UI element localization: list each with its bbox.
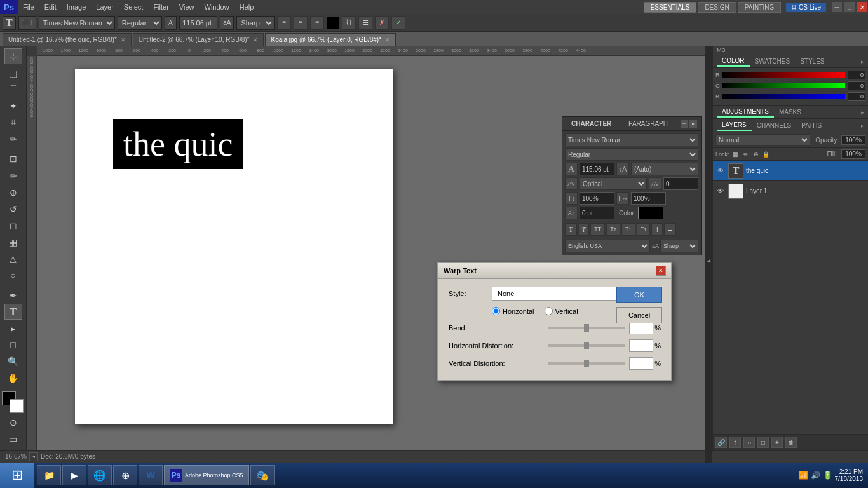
styles-tab[interactable]: STYLES — [795, 57, 829, 66]
workspace-design[interactable]: DESIGN — [698, 2, 736, 13]
char-superscript-btn[interactable]: T1 — [621, 223, 635, 236]
v-distortion-input[interactable] — [629, 357, 653, 370]
char-hscale-input[interactable] — [631, 192, 666, 205]
char-leading-select[interactable]: (Auto) — [631, 163, 698, 175]
menu-window[interactable]: Window — [200, 2, 234, 12]
pen-tool[interactable]: ✒ — [4, 287, 22, 303]
color-panel-menu[interactable]: ▸ — [861, 58, 864, 65]
h-distortion-slider-track[interactable] — [548, 344, 625, 347]
layer-effects-btn[interactable]: f — [729, 437, 741, 448]
text-layer-block[interactable]: the quic — [113, 119, 243, 169]
v-distortion-slider-thumb[interactable] — [584, 360, 589, 367]
blend-mode-select[interactable]: Normal — [715, 134, 810, 146]
tab-close-untitled2[interactable]: ✕ — [253, 37, 258, 43]
horizontal-radio[interactable] — [492, 307, 500, 315]
char-aa-select[interactable]: Sharp — [660, 240, 698, 252]
tab-koala[interactable]: Koala.jpg @ 66.7% (Layer 0, RGB/8#)* ✕ — [265, 33, 396, 46]
taskbar-firefox[interactable]: 🌐 — [88, 465, 112, 485]
adj-panel-menu[interactable]: ▸ — [861, 109, 864, 116]
add-mask-btn[interactable]: ○ — [743, 437, 755, 448]
menu-image[interactable]: Image — [62, 2, 92, 12]
eraser-tool[interactable]: ◻ — [4, 217, 22, 233]
character-tab[interactable]: CHARACTER — [566, 119, 616, 128]
h-distortion-slider-thumb[interactable] — [584, 342, 589, 349]
minimize-button[interactable]: ─ — [832, 2, 842, 12]
menu-edit[interactable]: Edit — [39, 2, 62, 12]
color-tab[interactable]: COLOR — [717, 56, 750, 67]
text-color-swatch[interactable] — [327, 17, 339, 29]
text-tool[interactable]: T — [4, 304, 22, 320]
hand-tool[interactable]: ✋ — [4, 370, 22, 386]
quick-mask[interactable]: ⊙ — [4, 415, 22, 431]
align-left-button[interactable]: ≡ — [277, 16, 291, 30]
lock-all-btn[interactable]: 🔒 — [762, 150, 771, 159]
char-panel-minimize[interactable]: ─ — [681, 120, 688, 128]
dialog-ok-button[interactable]: OK — [616, 287, 662, 303]
workspace-essentials[interactable]: ESSENTIALS — [644, 2, 697, 13]
zoom-tool[interactable]: 🔍 — [4, 353, 22, 369]
dialog-close-icon[interactable]: ✕ — [656, 266, 666, 276]
system-clock[interactable]: 2:21 PM 7/18/2013 — [835, 468, 864, 482]
menu-file[interactable]: File — [18, 2, 39, 12]
aa-select[interactable]: Sharp — [236, 16, 275, 30]
align-center-button[interactable]: ≡ — [294, 16, 308, 30]
taskbar-word[interactable]: W — [139, 465, 163, 485]
align-right-button[interactable]: ≡ — [310, 16, 324, 30]
taskbar-photoshop[interactable]: Ps Adobe Photoshop CS5 — [164, 465, 249, 485]
dialog-cancel-button[interactable]: Cancel — [616, 307, 662, 323]
path-select[interactable]: ▸ — [4, 320, 22, 336]
layer-layer1[interactable]: 👁 Layer 1 — [713, 181, 868, 201]
delete-layer-btn[interactable]: 🗑 — [785, 437, 797, 448]
layer-eye-layer1[interactable]: 👁 — [715, 186, 726, 196]
layers-tab[interactable]: LAYERS — [717, 120, 752, 131]
bend-slider-track[interactable] — [548, 327, 625, 329]
taskbar-explorer[interactable]: 📁 — [37, 465, 61, 485]
eyedropper-tool[interactable]: ✏ — [4, 131, 22, 147]
quick-select-tool[interactable]: ✦ — [4, 98, 22, 114]
fill-input[interactable] — [841, 149, 865, 159]
background-color[interactable] — [10, 399, 24, 413]
link-layers-btn[interactable]: 🔗 — [715, 437, 727, 448]
move-tool[interactable]: ⊹ — [4, 48, 22, 64]
char-baseline-input[interactable] — [580, 207, 614, 219]
layer-eye-the-quic[interactable]: 👁 — [715, 166, 726, 176]
layers-panel-menu[interactable]: ▸ — [861, 123, 864, 129]
h-distortion-input[interactable] — [629, 339, 653, 352]
blur-tool[interactable]: △ — [4, 250, 22, 266]
g-input[interactable] — [848, 81, 865, 90]
char-kerning-select[interactable]: Optical — [580, 177, 647, 190]
lock-image-btn[interactable]: ✏ — [742, 150, 750, 159]
text-orientation-icon[interactable]: ⬛T — [18, 16, 36, 30]
lock-transparent-btn[interactable]: ▦ — [731, 150, 740, 159]
r-slider[interactable] — [722, 72, 846, 78]
tab-untitled1[interactable]: Untitled-1 @ 16.7% (the quic, RGB/8)* ✕ — [3, 33, 132, 46]
menu-filter[interactable]: Filter — [148, 2, 173, 12]
adjustments-tab[interactable]: ADJUSTMENTS — [717, 107, 774, 118]
paths-tab[interactable]: PATHS — [796, 121, 827, 130]
horizontal-radio-label[interactable]: Horizontal — [492, 307, 534, 315]
spot-heal-tool[interactable]: ⊡ — [4, 151, 22, 167]
workspace-painting[interactable]: PAINTING — [738, 2, 781, 13]
char-bold-btn[interactable]: T — [565, 223, 577, 236]
font-size-input[interactable]: 115.06 pt — [179, 16, 217, 30]
char-allcaps-btn[interactable]: TT — [590, 223, 605, 236]
char-underline-btn[interactable]: T — [651, 223, 663, 236]
history-brush[interactable]: ↺ — [4, 201, 22, 217]
paragraph-tab[interactable]: PARAGRAPH — [623, 119, 673, 128]
opacity-input[interactable] — [841, 135, 865, 145]
marquee-tool[interactable]: ⬚ — [4, 65, 22, 81]
vertical-radio-label[interactable]: Vertical — [545, 307, 578, 315]
v-distortion-slider-track[interactable] — [548, 362, 625, 365]
char-vscale-input[interactable] — [580, 192, 614, 205]
confirm-edits-button[interactable]: ✓ — [391, 16, 405, 30]
screen-mode[interactable]: ▭ — [4, 431, 22, 447]
taskbar-app7[interactable]: 🎭 — [250, 465, 275, 485]
restore-button[interactable]: □ — [844, 2, 855, 12]
font-family-select[interactable]: Times New Roman — [39, 16, 115, 30]
cancel-edits-button[interactable]: ✗ — [375, 16, 389, 30]
taskbar-media[interactable]: ▶ — [62, 465, 86, 485]
channels-tab[interactable]: CHANNELS — [752, 121, 796, 130]
crop-tool[interactable]: ⌗ — [4, 114, 22, 130]
clone-tool[interactable]: ⊕ — [4, 184, 22, 200]
gradient-tool[interactable]: ▦ — [4, 234, 22, 250]
